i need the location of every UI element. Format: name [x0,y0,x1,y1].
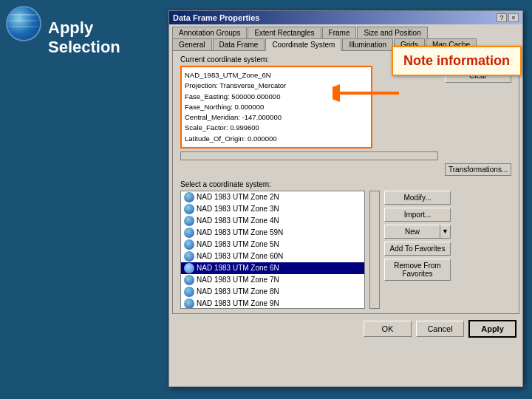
globe-icon [6,6,41,41]
list-item[interactable]: NAD 1983 UTM Zone 59N [181,227,364,239]
globe-area [6,6,43,43]
modify-button[interactable]: Modify... [384,191,451,205]
coord-icon [184,275,194,285]
list-item[interactable]: NAD 1983 UTM Zone 3N [181,203,364,215]
tab-size-position[interactable]: Size and Position [357,27,427,38]
apply-button[interactable]: Apply [468,320,516,338]
right-buttons: Modify... Import... New ▼ Add To Favorit… [384,191,451,309]
coord-list-area: NAD 1983 UTM Zone 2N NAD 1983 UTM Zone 3… [180,191,511,309]
data-frame-properties-dialog: Data Frame Properties ? × Annotation Gro… [168,10,523,387]
list-item[interactable]: NAD 1983 UTM Zone 5N [181,239,364,250]
current-coord-label: Current coordinate system: [180,55,438,64]
ok-button[interactable]: OK [364,321,412,337]
dialog-title: Data Frame Properties [173,13,259,22]
new-button[interactable]: New [384,225,440,239]
tab-data-frame[interactable]: Data Frame [213,38,265,50]
list-item-selected[interactable]: NAD 1983 UTM Zone 6N [181,262,364,274]
tab-map-cache[interactable]: Map Cache [426,38,477,50]
coord-icon [184,287,194,297]
list-item[interactable]: NAD 1983 UTM Zone 60N [181,250,364,262]
coord-icon [184,299,194,309]
coord-icon [184,216,194,226]
title-bar-controls: ? × [497,13,519,22]
transformations-button[interactable]: Transformations... [445,163,511,176]
coord-box: NAD_1983_UTM_Zone_6N Projection: Transve… [180,66,372,149]
add-favorites-button[interactable]: Add To Favorites [384,242,451,256]
coord-icon [184,263,194,273]
apply-selection-label: Apply Selection [48,18,120,58]
remove-favorites-button[interactable]: Remove From Favorites [384,259,451,281]
coord-icon [184,192,194,202]
tab-annotation-groups[interactable]: Annotation Groups [172,27,247,38]
coordinate-list[interactable]: NAD 1983 UTM Zone 2N NAD 1983 UTM Zone 3… [180,191,365,309]
left-section: Current coordinate system: NAD_1983_UTM_… [180,55,438,162]
apply-label: Apply [48,18,120,38]
coord-icon [184,204,194,214]
coord-text: NAD_1983_UTM_Zone_6N Projection: Transve… [185,70,368,144]
coord-icon [184,239,194,250]
right-section: Clear [441,55,511,162]
selection-label: Selection [48,38,120,57]
close-button[interactable]: × [508,13,519,22]
select-coord-label: Select a coordinate system: [180,180,511,188]
title-bar: Data Frame Properties ? × [169,11,522,24]
list-item[interactable]: NAD 1983 UTM Zone 7N [181,274,364,286]
tab-coordinate-system[interactable]: Coordinate System [265,38,341,51]
coord-icon [184,251,194,262]
list-item[interactable]: NAD 1983 UTM Zone 4N [181,215,364,227]
tab-frame[interactable]: Frame [322,27,357,38]
list-scrollbar[interactable] [369,191,380,309]
list-item[interactable]: NAD 1983 UTM Zone 9N [181,298,364,309]
coord-icon [184,228,194,238]
tab-grids[interactable]: Grids [394,38,425,50]
list-item[interactable]: NAD 1983 UTM Zone 2N [181,191,364,203]
new-dropdown-button[interactable]: ▼ [440,225,451,239]
dialog-content: Current coordinate system: NAD_1983_UTM_… [172,50,519,314]
tab-general[interactable]: General [172,38,212,50]
list-item[interactable]: NAD 1983 UTM Zone 8N [181,286,364,298]
dialog-footer: OK Cancel Apply [169,316,522,342]
new-button-row: New ▼ [384,225,451,239]
help-button[interactable]: ? [497,13,507,22]
tab-extent-rectangles[interactable]: Extent Rectangles [248,27,321,38]
tabs-row1: Annotation Groups Extent Rectangles Fram… [169,24,522,38]
main-content: Current coordinate system: NAD_1983_UTM_… [177,55,514,309]
tabs-row2: General Data Frame Coordinate System Ill… [169,38,522,50]
import-button[interactable]: Import... [384,208,451,222]
cancel-button[interactable]: Cancel [416,321,464,337]
tab-illumination[interactable]: Illumination [342,38,393,50]
top-section: Current coordinate system: NAD_1983_UTM_… [180,55,511,162]
clear-button[interactable]: Clear [445,69,511,83]
